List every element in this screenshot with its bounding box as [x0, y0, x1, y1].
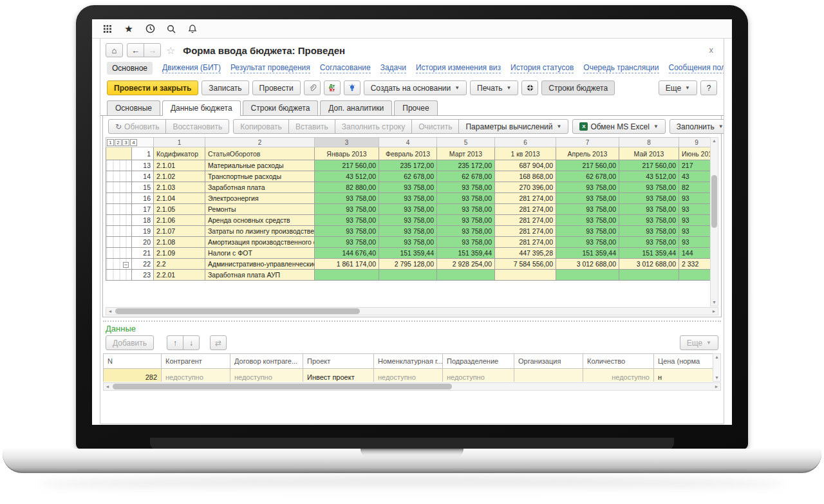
row-number[interactable]: 16: [132, 193, 154, 204]
column-header-code[interactable]: Кодификатор: [154, 147, 205, 160]
grid-cell[interactable]: 217 560,00: [315, 160, 379, 171]
column-header-month[interactable]: Март 2013: [437, 147, 495, 160]
calc-params-button[interactable]: Параметры вычислений▼: [458, 119, 568, 134]
column-header[interactable]: Количество: [583, 354, 654, 369]
column-header-month[interactable]: Май 2013: [619, 147, 679, 160]
scroll-right-arrow[interactable]: ►: [713, 383, 720, 391]
grid-cell[interactable]: 43 512,00: [315, 171, 379, 182]
data-cell[interactable]: недоступно: [443, 369, 514, 382]
data-more-button[interactable]: Еще▼: [680, 335, 718, 350]
row-number[interactable]: 1: [132, 147, 154, 160]
favorite-star-icon[interactable]: ☆: [166, 44, 175, 57]
tab-2[interactable]: Данные бюджета: [162, 100, 241, 116]
tab-3[interactable]: Строки бюджета: [243, 100, 319, 115]
group-level-button[interactable]: 4: [130, 139, 137, 146]
close-button[interactable]: x: [709, 45, 714, 55]
help-button[interactable]: ?: [700, 80, 717, 95]
tab-1[interactable]: Основные: [107, 100, 160, 115]
grid-vertical-scrollbar[interactable]: ▲ ▼: [710, 137, 718, 306]
grid-cell[interactable]: 2 928 254,00: [437, 259, 495, 270]
attachments-button[interactable]: [304, 80, 321, 95]
grid-cell[interactable]: 93 758,00: [315, 226, 379, 237]
scroll-down-arrow[interactable]: ▼: [711, 299, 718, 306]
paste-button[interactable]: Вставить: [288, 119, 335, 134]
create-based-on-button[interactable]: Создать на основании▼: [364, 80, 467, 95]
row-number[interactable]: 14: [132, 171, 154, 182]
fill-button[interactable]: Заполнить▼: [670, 119, 724, 134]
scroll-left-arrow[interactable]: ◄: [106, 308, 114, 315]
print-button[interactable]: Печать▼: [470, 80, 518, 95]
grid-cell[interactable]: 217 560,00: [556, 160, 619, 171]
grid-cell[interactable]: 3 012 688,00: [556, 259, 619, 270]
grid-cell[interactable]: 93 758,00: [437, 237, 495, 248]
grid-cell[interactable]: 151 359,44: [437, 248, 495, 259]
grid-cell[interactable]: 93 758,00: [437, 182, 495, 193]
grid-cell-article[interactable]: Налоги с ФОТ: [205, 248, 315, 259]
grid-cell[interactable]: 235 172,00: [437, 160, 495, 171]
grid-cell[interactable]: 93 758,00: [379, 204, 437, 215]
data-cell[interactable]: недоступно: [583, 369, 654, 382]
data-cell[interactable]: 282: [104, 369, 162, 382]
restore-button[interactable]: Восстановить: [165, 119, 229, 134]
grid-cell-article[interactable]: Заработная плата: [205, 182, 315, 193]
row-number[interactable]: 17: [132, 204, 154, 215]
column-header-month[interactable]: Июнь 201: [679, 147, 711, 160]
column-number[interactable]: 5: [437, 138, 495, 147]
scroll-down-arrow[interactable]: ▼: [713, 375, 720, 381]
grid-cell[interactable]: [495, 270, 556, 281]
data-cell[interactable]: недоступно: [162, 369, 230, 382]
scrollbar-thumb[interactable]: [711, 175, 717, 228]
grid-cell[interactable]: 93 758,00: [379, 226, 437, 237]
grid-cell-code[interactable]: 2.1.03: [154, 182, 205, 193]
grid-cell[interactable]: 93 758,00: [556, 237, 619, 248]
grid-cell[interactable]: 270 396,00: [495, 182, 556, 193]
grid-cell[interactable]: 93 758,00: [619, 182, 679, 193]
grid-cell[interactable]: 281 274,00: [495, 215, 556, 226]
grid-cell-code[interactable]: 2.1.09: [154, 248, 205, 259]
grid-cell[interactable]: [556, 270, 619, 281]
post-button[interactable]: Провести: [252, 80, 301, 95]
data-cell[interactable]: [514, 369, 583, 382]
row-number[interactable]: 21: [132, 248, 154, 259]
grid-cell[interactable]: 687 904,00: [495, 160, 556, 171]
grid-cell[interactable]: 217 560,00: [619, 160, 679, 171]
column-header[interactable]: Номенклатурная г...: [374, 354, 443, 369]
add-button[interactable]: Добавить: [106, 335, 154, 350]
tab-4[interactable]: Доп. аналитики: [320, 100, 392, 115]
row-number[interactable]: 23: [132, 270, 154, 281]
grid-cell[interactable]: 93 758,00: [556, 182, 619, 193]
grid-cell[interactable]: 281 274,00: [495, 237, 556, 248]
column-header-month[interactable]: Апрель 2013: [556, 147, 619, 160]
row-number[interactable]: 15: [132, 182, 154, 193]
column-header-month[interactable]: 1 кв 2013: [495, 147, 556, 160]
grid-cell[interactable]: 43 512,00: [619, 171, 679, 182]
grid-cell[interactable]: 93 758,00: [619, 237, 679, 248]
grid-cell[interactable]: 93 758,00: [619, 226, 679, 237]
forward-button[interactable]: →: [144, 43, 161, 57]
grid-cell[interactable]: 93 758,00: [556, 204, 619, 215]
grid-cell[interactable]: 217: [679, 160, 711, 171]
grid-cell[interactable]: [437, 270, 495, 281]
history-icon[interactable]: [144, 23, 156, 35]
column-header-article[interactable]: СтатьяОборотов: [205, 147, 315, 160]
column-number[interactable]: 6: [495, 138, 556, 147]
grid-cell[interactable]: 93: [679, 226, 711, 237]
collapse-group-toggle[interactable]: −: [123, 262, 129, 268]
grid-cell[interactable]: 93: [679, 215, 711, 226]
row-number[interactable]: 13: [132, 160, 154, 171]
grid-cell-article[interactable]: Заработная плата АУП: [205, 270, 315, 281]
grid-cell-article[interactable]: Электроэнергия: [205, 193, 315, 204]
column-header[interactable]: Проект: [303, 354, 374, 369]
grid-cell-code[interactable]: 2.1.01: [154, 160, 205, 171]
column-header[interactable]: N: [104, 354, 162, 369]
grid-cell[interactable]: 62 678,00: [379, 171, 437, 182]
grid-cell[interactable]: 82 880,00: [315, 182, 379, 193]
grid-cell[interactable]: 43: [679, 171, 711, 182]
grid-cell-code[interactable]: 2.1.07: [154, 226, 205, 237]
copy-button[interactable]: Копировать: [233, 119, 289, 134]
grid-cell[interactable]: 93 758,00: [379, 182, 437, 193]
grid-cell[interactable]: 93 758,00: [556, 193, 619, 204]
nav-link[interactable]: История изменения виз: [416, 63, 501, 73]
row-number[interactable]: 18: [132, 215, 154, 226]
grid-cell[interactable]: [379, 270, 437, 281]
